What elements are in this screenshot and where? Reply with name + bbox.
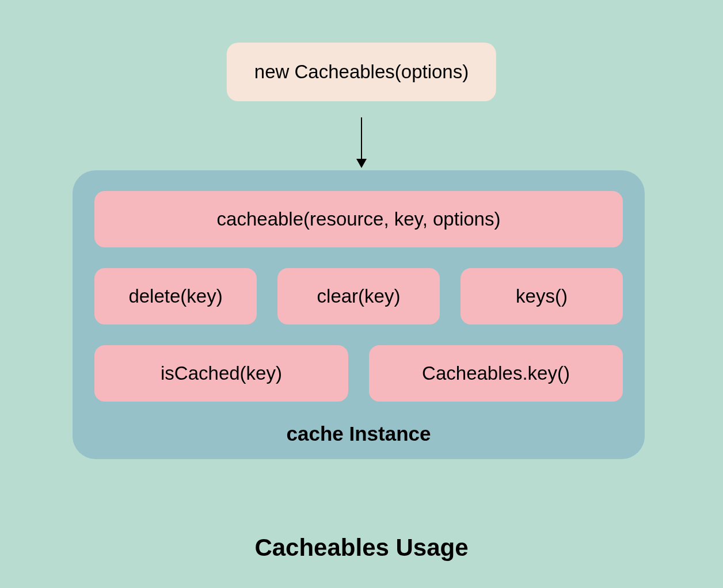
method-cacheable: cacheable(resource, key, options): [94, 191, 623, 247]
arrow-icon: [353, 117, 370, 168]
method-label: isCached(key): [161, 362, 282, 384]
method-label: cacheable(resource, key, options): [217, 208, 501, 230]
method-keys: keys(): [461, 268, 623, 324]
method-label: keys(): [516, 285, 568, 307]
method-label: clear(key): [317, 285, 401, 307]
constructor-label: new Cacheables(options): [254, 61, 469, 82]
instance-label: cache Instance: [94, 422, 623, 445]
cache-instance-box: cacheable(resource, key, options) delete…: [73, 170, 645, 459]
method-iscached: isCached(key): [94, 345, 348, 402]
method-label: delete(key): [128, 285, 222, 307]
method-label: Cacheables.key(): [422, 362, 570, 384]
method-key: Cacheables.key(): [369, 345, 623, 402]
diagram-title: Cacheables Usage: [254, 534, 468, 562]
method-clear: clear(key): [277, 268, 440, 324]
constructor-box: new Cacheables(options): [227, 43, 496, 101]
method-delete: delete(key): [94, 268, 257, 324]
